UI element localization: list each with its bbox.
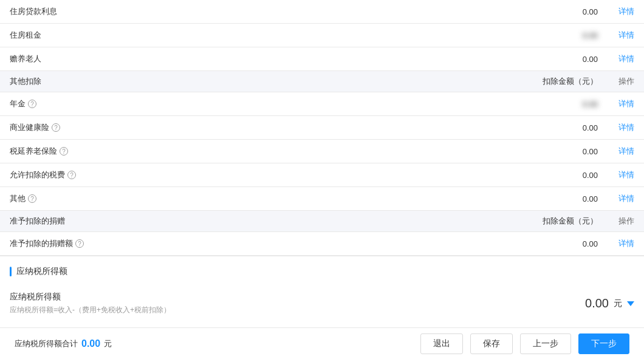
- header-label: 准予扣除的捐赠: [10, 216, 525, 227]
- row-label-text: 准予扣除的捐赠额: [10, 238, 73, 249]
- help-icon[interactable]: ?: [67, 171, 76, 179]
- row-action: 详情: [598, 122, 634, 133]
- row-label: 商业健康险 ?: [10, 122, 525, 133]
- tax-income-formula: 应纳税所得额=收入-（费用+免税收入+税前扣除）: [10, 305, 585, 315]
- help-icon[interactable]: ?: [52, 123, 60, 132]
- section-title-text: 应纳税所得额: [16, 266, 67, 277]
- row-action: 详情: [598, 193, 634, 204]
- dropdown-arrow-icon[interactable]: [627, 301, 634, 306]
- row-label-text: 其他: [10, 193, 26, 204]
- header-action-label: 操作: [598, 76, 634, 87]
- help-icon[interactable]: ?: [60, 147, 68, 156]
- prev-button[interactable]: 上一步: [520, 333, 571, 354]
- tax-income-value: 0.00: [585, 296, 609, 310]
- row-amount-blurred: 0.00: [525, 100, 598, 109]
- table-row: 住房租金 0.00 详情: [0, 24, 644, 47]
- row-amount-blurred: 0.00: [525, 31, 598, 40]
- detail-link[interactable]: 详情: [618, 30, 634, 39]
- table-row: 住房贷款利息 0.00 详情: [0, 0, 644, 24]
- table-row: 允许扣除的税费 ? 0.00 详情: [0, 163, 644, 187]
- detail-link[interactable]: 详情: [618, 7, 634, 16]
- footer-summary: 应纳税所得额合计 0.00 元: [15, 338, 413, 349]
- row-action: 详情: [598, 53, 634, 64]
- header-amount-label: 扣除金额（元）: [525, 216, 598, 227]
- tax-income-unit: 元: [614, 298, 622, 309]
- help-icon[interactable]: ?: [28, 100, 36, 108]
- row-action: 详情: [598, 6, 634, 17]
- detail-link[interactable]: 详情: [618, 123, 634, 132]
- table-row: 赡养老人 0.00 详情: [0, 47, 644, 71]
- row-action: 详情: [598, 169, 634, 180]
- row-action: 详情: [598, 146, 634, 157]
- top-rows-section: 住房贷款利息 0.00 详情 住房租金 0.00 详情 赡养老人 0.00 详情: [0, 0, 644, 71]
- tax-income-value-group: 0.00 元: [585, 296, 634, 310]
- exit-button[interactable]: 退出: [420, 333, 463, 354]
- detail-link[interactable]: 详情: [618, 170, 634, 179]
- row-amount: 0.00: [525, 239, 598, 248]
- row-action: 详情: [598, 30, 634, 41]
- row-label-text: 住房租金: [10, 30, 41, 41]
- next-button[interactable]: 下一步: [578, 333, 629, 354]
- row-amount: 0.00: [525, 147, 598, 156]
- footer-summary-value: 0.00: [81, 338, 100, 349]
- table-row: 其他 ? 0.00 详情: [0, 187, 644, 211]
- section-title-accent: [10, 267, 12, 276]
- row-label: 准予扣除的捐赠额 ?: [10, 238, 525, 249]
- row-label: 住房贷款利息: [10, 6, 525, 17]
- detail-link[interactable]: 详情: [618, 239, 634, 248]
- row-amount: 0.00: [525, 7, 598, 16]
- tax-income-main-label: 应纳税所得额: [10, 292, 585, 303]
- row-label-text: 商业健康险: [10, 122, 49, 133]
- footer-bar: 应纳税所得额合计 0.00 元 退出 保存 上一步 下一步: [0, 327, 644, 359]
- row-label-text: 允许扣除的税费: [10, 169, 65, 180]
- tax-income-label-group: 应纳税所得额 应纳税所得额=收入-（费用+免税收入+税前扣除）: [10, 292, 585, 315]
- other-deductions-header: 其他扣除 扣除金额（元） 操作: [0, 71, 644, 92]
- row-amount: 0.00: [525, 194, 598, 203]
- row-label: 其他 ?: [10, 193, 525, 204]
- row-label-text: 年金: [10, 98, 26, 109]
- detail-link[interactable]: 详情: [618, 54, 634, 63]
- tax-income-row: 应纳税所得额 应纳税所得额=收入-（费用+免税收入+税前扣除） 0.00 元: [10, 287, 634, 320]
- detail-link[interactable]: 详情: [618, 99, 634, 108]
- help-icon[interactable]: ?: [75, 239, 84, 248]
- row-label: 住房租金: [10, 30, 525, 41]
- row-action: 详情: [598, 238, 634, 249]
- help-icon[interactable]: ?: [28, 194, 36, 203]
- detail-link[interactable]: 详情: [618, 194, 634, 203]
- row-label: 允许扣除的税费 ?: [10, 169, 525, 180]
- donation-header: 准予扣除的捐赠 扣除金额（元） 操作: [0, 211, 644, 232]
- table-row: 商业健康险 ? 0.00 详情: [0, 116, 644, 140]
- row-label-text: 赡养老人: [10, 53, 41, 64]
- other-deductions-section: 年金 ? 0.00 详情 商业健康险 ? 0.00 详情 税延养老保险 ?: [0, 92, 644, 211]
- row-action: 详情: [598, 98, 634, 109]
- row-label-text: 税延养老保险: [10, 146, 57, 157]
- main-content: 住房贷款利息 0.00 详情 住房租金 0.00 详情 赡养老人 0.00 详情: [0, 0, 644, 327]
- row-label: 赡养老人: [10, 53, 525, 64]
- row-amount: 0.00: [525, 55, 598, 64]
- row-amount: 0.00: [525, 171, 598, 180]
- header-action-label: 操作: [598, 216, 634, 227]
- row-label: 年金 ?: [10, 98, 525, 109]
- table-row: 税延养老保险 ? 0.00 详情: [0, 140, 644, 163]
- tax-income-section: 应纳税所得额 应纳税所得额 应纳税所得额=收入-（费用+免税收入+税前扣除） 0…: [0, 256, 644, 320]
- section-title-bar-container: 应纳税所得额: [10, 266, 634, 277]
- header-amount-label: 扣除金额（元）: [525, 76, 598, 87]
- footer-summary-label: 应纳税所得额合计: [15, 338, 78, 349]
- table-row: 年金 ? 0.00 详情: [0, 92, 644, 116]
- save-button[interactable]: 保存: [470, 333, 513, 354]
- table-row: 准予扣除的捐赠额 ? 0.00 详情: [0, 232, 644, 256]
- footer-summary-unit: 元: [104, 338, 112, 349]
- row-label-text: 住房贷款利息: [10, 6, 57, 17]
- detail-link[interactable]: 详情: [618, 146, 634, 156]
- header-label: 其他扣除: [10, 76, 525, 87]
- row-amount: 0.00: [525, 123, 598, 132]
- row-label: 税延养老保险 ?: [10, 146, 525, 157]
